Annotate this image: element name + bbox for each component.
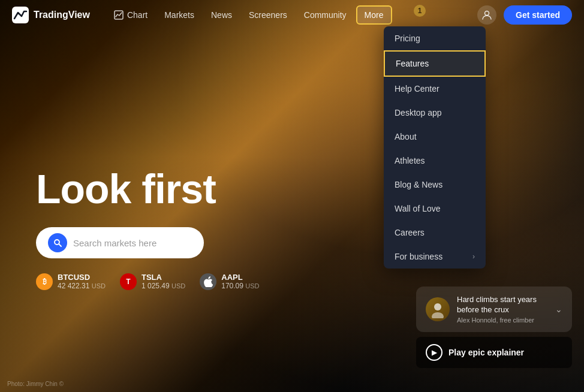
testimonial-section: Hard climbs start years before the crux … (416, 287, 572, 368)
photo-credit: Photo: Jimmy Chin © (7, 381, 64, 387)
aapl-symbol: AAPL (221, 273, 259, 282)
ticker-tsla[interactable]: T TSLA 1 025.49 USD (120, 273, 185, 290)
logo[interactable]: TradingView (12, 7, 90, 23)
user-account-button[interactable] (477, 5, 496, 25)
play-icon: ▶ (426, 344, 442, 361)
tsla-price: 1 025.49 USD (142, 282, 185, 290)
aapl-logo (200, 273, 216, 290)
dropdown-blog-news[interactable]: Blog & News (384, 173, 486, 197)
search-placeholder: Search markets here (73, 238, 156, 248)
nav-more[interactable]: More (356, 5, 392, 25)
nav-screeners[interactable]: Screeners (242, 7, 294, 23)
svg-point-2 (485, 11, 489, 16)
tsla-info: TSLA 1 025.49 USD (142, 273, 185, 290)
tsla-logo: T (120, 273, 137, 290)
nav-news[interactable]: News (204, 7, 239, 23)
search-bar[interactable]: Search markets here (36, 227, 204, 258)
dropdown-athletes[interactable]: Athletes (384, 149, 486, 173)
play-label: Play epic explainer (448, 348, 524, 357)
svg-line-4 (59, 244, 61, 246)
nav-chart[interactable]: Chart (107, 7, 155, 23)
nav-chart-label: Chart (127, 10, 147, 20)
btc-price: 42 422.31 USD (58, 282, 106, 290)
nav-links: Chart Markets News Screeners Community M… (107, 5, 472, 25)
logo-text: TradingView (34, 10, 90, 20)
aapl-price: 170.09 USD (221, 282, 259, 290)
nav-news-label: News (211, 10, 232, 20)
chevron-right-icon: › (472, 252, 475, 261)
tsla-symbol: TSLA (142, 273, 185, 282)
dropdown-wall-of-love[interactable]: Wall of Love (384, 197, 486, 221)
ticker-btcusd[interactable]: ₿ BTCUSD 42 422.31 USD (36, 273, 106, 290)
testimonial-author: Alex Honnold, free climber (457, 316, 548, 324)
aapl-info: AAPL 170.09 USD (221, 273, 259, 290)
ticker-strip: ₿ BTCUSD 42 422.31 USD T TSLA 1 025.49 U… (36, 273, 260, 290)
dropdown-about[interactable]: About (384, 125, 486, 149)
dropdown-features[interactable]: Features (384, 50, 486, 77)
nav-markets[interactable]: Markets (157, 7, 201, 23)
nav-community[interactable]: Community (297, 7, 354, 23)
nav-right: Get started (477, 5, 572, 25)
svg-point-6 (432, 312, 444, 318)
navbar: TradingView Chart Markets News Screeners… (0, 0, 584, 30)
dropdown-pricing[interactable]: Pricing (384, 26, 486, 50)
dropdown-desktop-app[interactable]: Desktop app (384, 101, 486, 125)
dropdown-for-business[interactable]: For business › (384, 245, 486, 269)
ticker-aapl[interactable]: AAPL 170.09 USD (200, 273, 259, 290)
btc-logo: ₿ (36, 273, 53, 290)
nav-more-label: More (365, 10, 384, 20)
nav-markets-label: Markets (164, 10, 194, 20)
play-button[interactable]: ▶ Play epic explainer (416, 337, 572, 368)
dropdown-menu: Pricing Features Help Center Desktop app… (384, 26, 486, 269)
nav-community-label: Community (304, 10, 347, 20)
btc-symbol: BTCUSD (58, 273, 106, 282)
get-started-button[interactable]: Get started (504, 5, 572, 25)
btc-info: BTCUSD 42 422.31 USD (58, 273, 106, 290)
avatar (426, 297, 450, 321)
nav-screeners-label: Screeners (249, 10, 287, 20)
chevron-down-icon: ⌄ (555, 304, 562, 314)
search-icon (48, 233, 67, 252)
dropdown-careers[interactable]: Careers (384, 221, 486, 245)
testimonial-quote: Hard climbs start years before the crux (457, 295, 548, 315)
hero-title: Look first (36, 168, 260, 210)
dropdown-help-center[interactable]: Help Center (384, 77, 486, 101)
testimonial-card: Hard climbs start years before the crux … (416, 287, 572, 332)
svg-point-5 (434, 303, 441, 310)
hero-content: Look first Search markets here ₿ BTCUSD … (36, 168, 260, 290)
testimonial-text: Hard climbs start years before the crux … (457, 295, 548, 324)
